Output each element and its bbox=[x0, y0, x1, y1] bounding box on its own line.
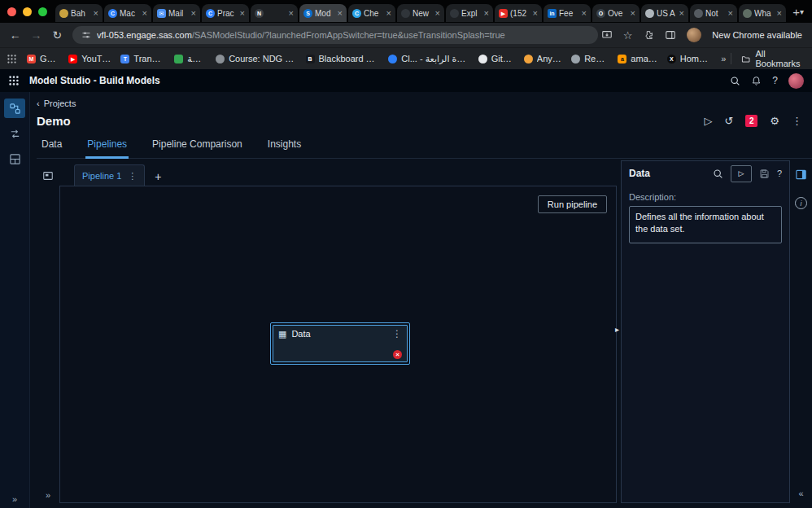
browser-tab[interactable]: O Ove × bbox=[592, 4, 640, 22]
settings-gear-icon[interactable]: ⚙ bbox=[770, 115, 779, 127]
browser-tab[interactable]: in Fee × bbox=[544, 4, 591, 22]
pipeline-tab[interactable]: Pipeline 1 ⋮ bbox=[74, 164, 145, 186]
app-tab[interactable]: Insights bbox=[266, 138, 303, 159]
info-panel-icon[interactable]: i bbox=[795, 197, 807, 209]
bookmark-item[interactable]: T Translate bbox=[116, 50, 169, 67]
tab-close-icon[interactable]: × bbox=[582, 9, 587, 18]
browser-tab[interactable]: C Prac × bbox=[202, 4, 249, 22]
sidebar-item-manage-models[interactable] bbox=[4, 149, 25, 169]
side-panel-icon[interactable] bbox=[665, 29, 676, 41]
data-node[interactable]: ▦ Data ⋮ × bbox=[270, 322, 410, 365]
app-switcher-waffle-icon[interactable] bbox=[8, 75, 20, 86]
forward-button[interactable]: → bbox=[28, 26, 46, 44]
tab-close-icon[interactable]: × bbox=[191, 9, 196, 18]
tab-close-icon[interactable]: × bbox=[777, 9, 782, 18]
error-count-badge[interactable]: 2 bbox=[745, 115, 757, 127]
tab-close-icon[interactable]: × bbox=[728, 9, 733, 18]
browser-tab[interactable]: Wha × bbox=[739, 4, 786, 22]
tab-close-icon[interactable]: × bbox=[631, 9, 635, 18]
save-page-icon[interactable] bbox=[601, 29, 613, 41]
description-textarea[interactable]: Defines all the information about the da… bbox=[629, 206, 782, 243]
bookmark-item[interactable]: B Blackboard Learn bbox=[301, 50, 384, 67]
reload-button[interactable]: ↻ bbox=[48, 26, 66, 44]
bookmarks-overflow-chevron[interactable]: » bbox=[716, 54, 731, 64]
chrome-update-button[interactable]: New Chrome available bbox=[712, 30, 805, 40]
tab-close-icon[interactable]: × bbox=[386, 9, 391, 18]
run-pipeline-button[interactable]: Run pipeline bbox=[538, 195, 607, 213]
panel-run-node-button[interactable]: ▷ bbox=[731, 165, 752, 182]
run-project-icon[interactable]: ▷ bbox=[704, 115, 712, 127]
help-icon[interactable]: ? bbox=[772, 75, 778, 86]
browser-tab[interactable]: N × bbox=[251, 4, 298, 22]
app-search-icon[interactable] bbox=[730, 76, 740, 86]
profile-avatar[interactable] bbox=[687, 28, 701, 42]
bookmark-favicon-icon bbox=[388, 55, 397, 64]
right-rail-collapse-chevron[interactable]: « bbox=[798, 488, 803, 498]
back-button[interactable]: ← bbox=[7, 26, 24, 44]
tab-title: Fee bbox=[559, 9, 579, 18]
sidebar-item-exchange[interactable] bbox=[4, 124, 25, 143]
sidebar-expand-chevron[interactable]: » bbox=[12, 494, 17, 504]
bookmark-item[interactable]: a amazon bbox=[613, 50, 661, 67]
browser-tab[interactable]: New × bbox=[397, 4, 444, 22]
bookmark-item[interactable]: Reqres bbox=[566, 50, 613, 67]
bookmark-item[interactable]: ▶ YouTube bbox=[63, 50, 116, 67]
pipeline-canvas[interactable]: Run pipeline ▦ Data ⋮ × bbox=[59, 186, 617, 503]
tab-close-icon[interactable]: × bbox=[679, 9, 684, 18]
tab-close-icon[interactable]: × bbox=[338, 9, 343, 18]
browser-tab[interactable]: Not × bbox=[690, 4, 737, 22]
traffic-light-button[interactable] bbox=[38, 7, 47, 16]
bookmark-item[interactable]: M Gmail bbox=[22, 50, 63, 67]
all-bookmarks-button[interactable]: All Bookmarks bbox=[731, 49, 805, 68]
bookmark-item[interactable]: X Home / X bbox=[662, 50, 716, 67]
apps-grid-icon[interactable] bbox=[7, 54, 17, 64]
panel-save-icon[interactable] bbox=[759, 169, 770, 179]
app-tab[interactable]: Pipelines bbox=[85, 138, 129, 159]
bookmark-star-icon[interactable]: ☆ bbox=[623, 29, 633, 42]
bookmark-item[interactable]: ترجمة bbox=[169, 50, 211, 67]
browser-tab[interactable]: Expl × bbox=[446, 4, 493, 22]
tab-close-icon[interactable]: × bbox=[484, 9, 489, 18]
browser-tab[interactable]: C Che × bbox=[348, 4, 395, 22]
history-icon[interactable]: ↺ bbox=[724, 115, 733, 127]
new-tab-button[interactable]: + bbox=[792, 5, 800, 19]
project-kebab-icon[interactable]: ⋮ bbox=[792, 115, 802, 127]
browser-tab[interactable]: Bah × bbox=[55, 4, 103, 22]
tab-close-icon[interactable]: × bbox=[435, 9, 440, 18]
bookmark-item[interactable]: GitHub bbox=[474, 50, 519, 67]
traffic-light-button[interactable] bbox=[23, 7, 32, 16]
user-avatar[interactable] bbox=[788, 73, 804, 89]
sidebar-item-build-models[interactable] bbox=[4, 99, 25, 118]
bookmark-favicon-icon bbox=[524, 55, 533, 64]
add-pipeline-button[interactable]: + bbox=[155, 170, 161, 186]
notifications-bell-icon[interactable] bbox=[751, 76, 762, 86]
tab-close-icon[interactable]: × bbox=[533, 9, 538, 18]
panel-collapse-handle[interactable]: ▸ bbox=[615, 326, 619, 334]
node-kebab-icon[interactable]: ⋮ bbox=[392, 328, 402, 339]
browser-tab[interactable]: US A × bbox=[641, 4, 688, 22]
app-tab[interactable]: Pipeline Comparison bbox=[151, 138, 244, 159]
tab-close-icon[interactable]: × bbox=[142, 9, 147, 18]
panel-help-icon[interactable]: ? bbox=[777, 169, 782, 178]
tab-close-icon[interactable]: × bbox=[289, 9, 294, 18]
address-bar[interactable]: vfl-053.engage.sas.com/SASModelStudio/?l… bbox=[72, 26, 598, 44]
bookmark-item[interactable]: Course: NDG Linu... bbox=[211, 50, 300, 67]
tab-close-icon[interactable]: × bbox=[240, 9, 245, 18]
panel-search-icon[interactable] bbox=[713, 169, 723, 179]
tab-search-caret-icon[interactable]: ▾ bbox=[800, 7, 804, 16]
bookmark-item[interactable]: AnyAPI bbox=[519, 50, 566, 67]
browser-tab[interactable]: C Mac × bbox=[104, 4, 151, 22]
tab-close-icon[interactable]: × bbox=[94, 9, 98, 18]
overview-map-icon[interactable] bbox=[42, 170, 54, 182]
options-panel-toggle-icon[interactable] bbox=[795, 169, 807, 181]
bookmark-item[interactable]: Cl... - المحاضرة الرابعة bbox=[383, 50, 473, 67]
browser-tab[interactable]: S Mod × bbox=[299, 4, 347, 22]
app-tab[interactable]: Data bbox=[40, 138, 63, 159]
browser-tab[interactable]: ✉ Mail × bbox=[153, 4, 200, 22]
traffic-light-button[interactable] bbox=[7, 7, 16, 16]
browser-tab[interactable]: ▶ (152 × bbox=[495, 4, 542, 22]
pipeline-tab-kebab-icon[interactable]: ⋮ bbox=[128, 171, 137, 182]
extensions-puzzle-icon[interactable] bbox=[643, 29, 654, 41]
left-rail-expand-chevron[interactable]: » bbox=[46, 490, 50, 500]
breadcrumb[interactable]: ‹ Projects bbox=[37, 99, 76, 108]
